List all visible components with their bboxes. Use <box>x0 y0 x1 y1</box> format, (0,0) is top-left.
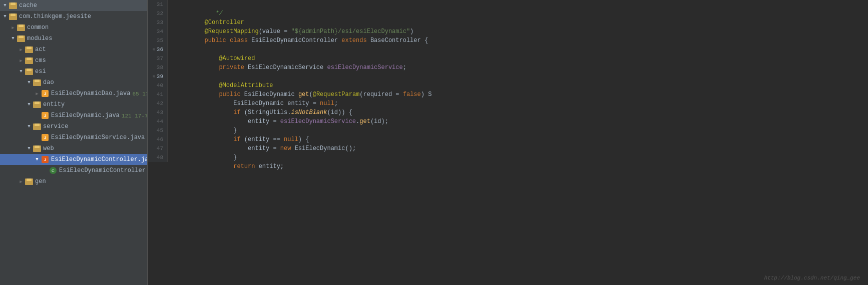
tree-item-dao[interactable]: ▼ dao <box>0 77 147 88</box>
tree-item-modules[interactable]: ▼ modules <box>0 33 147 44</box>
arrow-esi: ▼ <box>18 69 24 74</box>
ln-38: 38 <box>152 63 163 72</box>
watermark: http://blog.csdn.net/qing_gee <box>764 275 860 281</box>
folder-icon-esi <box>25 68 33 75</box>
arrow-gen: ▶ <box>18 179 24 184</box>
code-editor-panel: 31 32 33 34 35 36⊖ 37 38 39⊖ 40 41 42 43… <box>148 0 868 285</box>
ln-48: 48 <box>152 153 163 162</box>
ln-39: 39⊖ <box>152 72 163 81</box>
tree-label-esientity: EsiElecDynamic.java <box>51 112 120 119</box>
ln-41: 41 <box>152 90 163 99</box>
tree-item-esiservice-java[interactable]: ▶ J EsiElecDynamicService.java 121 17-7-… <box>0 132 147 143</box>
arrow-jeesite: ▼ <box>2 14 8 19</box>
code-line-36: @Autowired <box>176 45 860 54</box>
folder-icon-cache <box>9 2 17 9</box>
folder-icon-service <box>33 123 41 130</box>
code-line-45: if (entity == null) { <box>176 126 860 135</box>
tree-label-gen: gen <box>35 178 46 185</box>
file-info-esidao: 65 17-7-12 下午9:35 maweic <box>132 90 148 98</box>
file-tree-panel: ▼ cache ▼ com.thinkgem.jeesite ▶ common … <box>0 0 148 285</box>
arrow-service: ▼ <box>26 124 32 129</box>
tree-label-esi: esi <box>35 68 46 75</box>
code-line-48: return entity; <box>176 153 860 162</box>
tree-label-service: service <box>43 123 68 130</box>
folder-icon-modules <box>17 35 25 42</box>
tree-item-service[interactable]: ▼ service <box>0 121 147 132</box>
ln-33: 33 <box>152 18 163 27</box>
arrow-esidao: ▶ <box>34 91 40 96</box>
folder-icon-entity <box>33 101 41 108</box>
folder-icon-esientity: J <box>41 112 49 119</box>
code-line-32: @Controller <box>176 9 860 18</box>
ln-44: 44 <box>152 117 163 126</box>
tree-label-cms: cms <box>35 57 46 64</box>
folder-icon-esiservice: J <box>41 134 49 141</box>
folder-icon-esicontroller: J <box>41 156 49 163</box>
tree-item-jeesite[interactable]: ▼ com.thinkgem.jeesite <box>0 11 147 22</box>
tree-label-common: common <box>27 24 49 31</box>
arrow-modules: ▼ <box>10 36 16 41</box>
ln-43: 43 <box>152 108 163 117</box>
folder-icon-jeesite <box>9 13 17 20</box>
tree-label-jeesite: com.thinkgem.jeesite <box>19 13 91 20</box>
code-line-39: @ModelAttribute <box>176 72 860 81</box>
ln-34: 34 <box>152 27 163 36</box>
folder-icon-gen <box>25 178 33 185</box>
tree-item-cms[interactable]: ▶ cms <box>0 55 147 66</box>
tree-item-web[interactable]: ▼ web <box>0 143 147 154</box>
tree-label-esicontroller: EsiElecDynamicController.java <box>51 156 148 163</box>
arrow-cms: ▶ <box>18 58 24 64</box>
tree-label-act: act <box>35 46 46 53</box>
code-line-31: */ <box>176 0 860 9</box>
tree-item-common[interactable]: ▶ common <box>0 22 147 33</box>
ln-32: 32 <box>152 9 163 18</box>
tree-item-esicontroller-java[interactable]: ▼ J EsiElecDynamicController.java 120 17… <box>0 154 147 165</box>
tree-item-cache[interactable]: ▼ cache <box>0 0 147 11</box>
code-line-37: private EsiElecDynamicService esiElecDyn… <box>176 54 860 63</box>
code-content: 31 32 33 34 35 36⊖ 37 38 39⊖ 40 41 42 43… <box>148 0 868 162</box>
arrow-act: ▶ <box>18 47 24 52</box>
tree-item-esicontroller-class[interactable]: ▶ C EsiElecDynamicController 120 17-7-27… <box>0 165 147 176</box>
arrow-common: ▶ <box>10 25 16 30</box>
arrow-cache: ▼ <box>2 3 8 8</box>
ln-40: 40 <box>152 81 163 90</box>
code-line-40: public EsiElecDynamic get(@RequestParam(… <box>176 81 860 90</box>
ln-37: 37 <box>152 54 163 63</box>
arrow-entity: ▼ <box>26 102 32 107</box>
tree-item-act[interactable]: ▶ act <box>0 44 147 55</box>
tree-label-esicontroller-class: EsiElecDynamicController <box>59 167 146 174</box>
arrow-esicontroller: ▼ <box>34 157 40 162</box>
line-numbers: 31 32 33 34 35 36⊖ 37 38 39⊖ 40 41 42 43… <box>148 0 168 162</box>
tree-item-esientity-java[interactable]: ▶ J EsiElecDynamic.java 121 17-7-27 下午9:… <box>0 110 147 121</box>
tree-label-esiservice: EsiElecDynamicService.java <box>51 134 145 141</box>
tree-label-web: web <box>43 145 54 152</box>
tree-label-entity: entity <box>43 101 65 108</box>
ln-35: 35 <box>152 36 163 45</box>
ln-47: 47 <box>152 144 163 153</box>
folder-icon-dao <box>33 79 41 86</box>
tree-item-esidao-java[interactable]: ▶ J EsiElecDynamicDao.java 65 17-7-12 下午… <box>0 88 147 99</box>
ln-31: 31 <box>152 0 163 9</box>
folder-icon-esicontroller-class: C <box>49 167 57 174</box>
folder-icon-web <box>33 145 41 152</box>
folder-icon-esidao: J <box>41 90 49 97</box>
code-lines[interactable]: */ @Controller @RequestMapping(value = "… <box>168 0 868 162</box>
ln-46: 46 <box>152 135 163 144</box>
arrow-web: ▼ <box>26 146 32 151</box>
tree-item-esi[interactable]: ▼ esi <box>0 66 147 77</box>
folder-icon-common <box>17 24 25 31</box>
file-info-esientity: 121 17-7-27 下午9:06 maweiqin <box>122 112 148 120</box>
tree-label-dao: dao <box>43 79 54 86</box>
folder-icon-cms <box>25 57 33 64</box>
tree-item-gen[interactable]: ▶ gen <box>0 176 147 187</box>
tree-label-modules: modules <box>27 35 52 42</box>
ln-42: 42 <box>152 99 163 108</box>
ln-36: 36⊖ <box>152 45 163 54</box>
arrow-dao: ▼ <box>26 80 32 85</box>
code-line-33: @RequestMapping(value = "${adminPath}/es… <box>176 18 860 27</box>
folder-icon-act <box>25 46 33 53</box>
ln-45: 45 <box>152 126 163 135</box>
tree-item-entity[interactable]: ▼ entity <box>0 99 147 110</box>
tree-label-cache: cache <box>19 2 37 9</box>
tree-label-esidao: EsiElecDynamicDao.java <box>51 90 130 97</box>
